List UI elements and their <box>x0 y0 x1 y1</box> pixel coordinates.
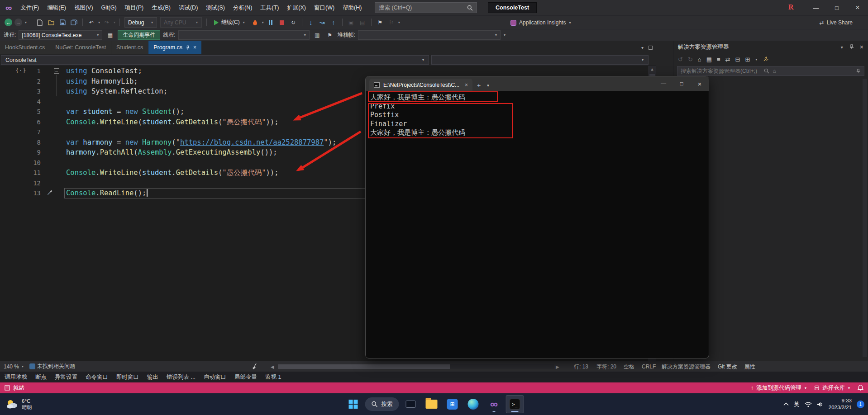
edge-button[interactable] <box>464 395 482 413</box>
menu-item[interactable]: 视图(V) <box>70 0 97 15</box>
show-all-files-icon[interactable]: ⊞ <box>745 56 750 63</box>
document-tab[interactable]: Program.cs× <box>148 41 202 54</box>
menu-item[interactable]: 编辑(E) <box>43 0 70 15</box>
solution-platforms-dropdown[interactable]: Any CPU▾ <box>160 17 202 28</box>
navigate-back-icon[interactable]: ← <box>5 19 12 26</box>
navigate-forward-icon[interactable]: → <box>14 19 22 26</box>
taskbar-search[interactable]: 搜索 <box>365 397 399 411</box>
type-member-dropdown[interactable]: ▾ <box>431 55 649 65</box>
tool-window-tab[interactable]: 断点 <box>35 373 47 381</box>
menu-item[interactable]: 测试(S) <box>202 0 229 15</box>
file-explorer-button[interactable] <box>423 395 441 413</box>
se-overflow-icon[interactable]: ▾ <box>755 57 757 61</box>
lifecycle-events-button[interactable]: 生命周期事件 <box>118 30 160 40</box>
save-all-icon[interactable] <box>69 17 79 28</box>
tool-window-tab[interactable]: 局部变量 <box>234 373 257 381</box>
close-button[interactable]: × <box>847 0 868 15</box>
menu-item[interactable]: 扩展(X) <box>283 0 310 15</box>
tool-window-tab[interactable]: 错误列表 ... <box>167 373 196 381</box>
quick-actions-icon[interactable] <box>46 189 53 196</box>
hot-reload-dropdown-icon[interactable]: ▾ <box>262 20 264 24</box>
scroll-up-icon[interactable]: ▲ <box>648 67 656 71</box>
bookmark-icon[interactable]: ⚑ <box>375 17 385 28</box>
toolbar-overflow-icon[interactable]: ▾ <box>504 33 506 37</box>
network-icon[interactable] <box>805 401 812 407</box>
switch-views-icon[interactable]: ▤ <box>706 56 712 63</box>
space-indicator[interactable]: 空格 <box>624 361 634 372</box>
eol-indicator[interactable]: CRLF <box>642 361 656 372</box>
float-window-icon[interactable] <box>649 46 653 50</box>
dock-tab[interactable]: 属性 <box>744 363 755 371</box>
document-list-icon[interactable]: ▾ <box>641 45 644 50</box>
fold-collapse-icon[interactable]: – <box>54 68 59 74</box>
step-out-icon[interactable]: ↑ <box>329 17 339 28</box>
select-repository-button[interactable]: 选择仓库 ▾ <box>814 384 850 392</box>
notification-badge[interactable]: 1 <box>857 401 864 408</box>
open-file-icon[interactable] <box>46 17 56 28</box>
tool-window-tab[interactable]: 监视 1 <box>265 373 281 381</box>
ime-indicator[interactable]: 英 <box>794 401 800 408</box>
menu-item[interactable]: 调试(D) <box>175 0 202 15</box>
minimize-button[interactable]: — <box>806 0 826 15</box>
task-view-button[interactable] <box>402 395 420 413</box>
thread-dropdown[interactable]: ▾ <box>178 30 310 40</box>
zoom-control[interactable]: 140 % ▾ <box>0 363 28 370</box>
break-all-icon[interactable] <box>266 17 276 28</box>
clock[interactable]: 9:33 2023/2/21 <box>829 397 852 411</box>
flag-threads-icon[interactable]: ⚑ <box>325 30 335 41</box>
undo-dropdown-icon[interactable]: ▾ <box>98 20 100 24</box>
hscroll-left-icon[interactable]: ◀ <box>271 361 274 372</box>
se-back-icon[interactable]: ↺ <box>678 56 683 63</box>
maximize-button[interactable]: □ <box>826 0 847 15</box>
minimize-button[interactable]: — <box>654 76 672 91</box>
find-icon[interactable]: ▣ <box>346 17 356 28</box>
stack-frame-dropdown[interactable]: ▾ <box>358 30 501 40</box>
close-button[interactable]: × <box>691 76 709 91</box>
volume-icon[interactable] <box>817 401 824 407</box>
feedback-icon[interactable] <box>5 385 10 391</box>
maximize-button[interactable]: □ <box>672 76 691 91</box>
comment-icon[interactable]: ▤ <box>358 17 367 28</box>
pin-icon[interactable] <box>186 45 190 50</box>
save-icon[interactable] <box>57 17 67 28</box>
menu-item[interactable]: 分析(N) <box>229 0 256 15</box>
properties-wrench-icon[interactable] <box>763 57 768 62</box>
close-tab-icon[interactable]: × <box>193 44 196 51</box>
tool-window-tab[interactable]: 异常设置 <box>55 373 77 381</box>
close-panel-icon[interactable]: × <box>860 43 863 51</box>
redo-icon[interactable]: ↷ <box>102 17 112 28</box>
project-dropdown[interactable]: ConsoleTest ▾ <box>1 55 429 65</box>
weather-widget[interactable]: 6°C 晴朗 <box>0 398 38 411</box>
restart-icon[interactable]: ↻ <box>288 17 298 28</box>
tool-window-tab[interactable]: 命令窗口 <box>86 373 108 381</box>
pin-icon[interactable] <box>849 44 854 50</box>
window-position-icon[interactable]: ▾ <box>841 45 843 50</box>
console-window[interactable]: E:\NetProjects\ConsoleTest\C... × + ▾ — … <box>365 76 709 358</box>
suspend-threads-icon[interactable]: ▥ <box>312 30 322 41</box>
navigate-dropdown-icon[interactable]: ▾ <box>25 20 27 24</box>
redo-dropdown-icon[interactable]: ▾ <box>114 20 115 24</box>
pending-changes-filter-icon[interactable]: ≡ <box>717 56 720 63</box>
menu-item[interactable]: Git(G) <box>97 0 121 15</box>
hot-reload-icon[interactable] <box>250 17 260 28</box>
microsoft-store-button[interactable]: ⊞ <box>444 395 462 413</box>
close-tab-icon[interactable]: × <box>465 82 468 88</box>
tool-window-tab[interactable]: 即时窗口 <box>116 373 139 381</box>
document-tab[interactable]: HookStudent.cs <box>0 41 50 54</box>
char-indicator[interactable]: 字符: 20 <box>596 361 616 372</box>
se-home-icon[interactable]: ⌂ <box>773 68 853 74</box>
document-tab[interactable]: Student.cs <box>111 41 148 54</box>
tray-overflow-icon[interactable] <box>783 402 789 406</box>
menu-item[interactable]: 生成(B) <box>148 0 175 15</box>
dock-tab[interactable]: Git 更改 <box>718 363 737 371</box>
se-scrollbar[interactable] <box>863 79 867 357</box>
sync-with-active-document-icon[interactable]: ⇄ <box>725 56 730 63</box>
console-tab[interactable]: E:\NetProjects\ConsoleTest\C... × <box>369 79 472 91</box>
console-output[interactable]: 大家好，我是博主：愚公搬代码PrefixPostfixFinalizer大家好，… <box>366 91 709 137</box>
step-into-icon[interactable]: ↓ <box>306 17 316 28</box>
process-list-icon[interactable]: ▦ <box>105 30 115 41</box>
line-indicator[interactable]: 行: 13 <box>574 361 588 372</box>
menu-item[interactable]: 帮助(H) <box>339 0 366 15</box>
menu-item[interactable]: 项目(P) <box>121 0 148 15</box>
solution-explorer-search-box[interactable]: 搜索解决方案资源管理器(Ctrl+;) ⌂ <box>677 66 864 76</box>
